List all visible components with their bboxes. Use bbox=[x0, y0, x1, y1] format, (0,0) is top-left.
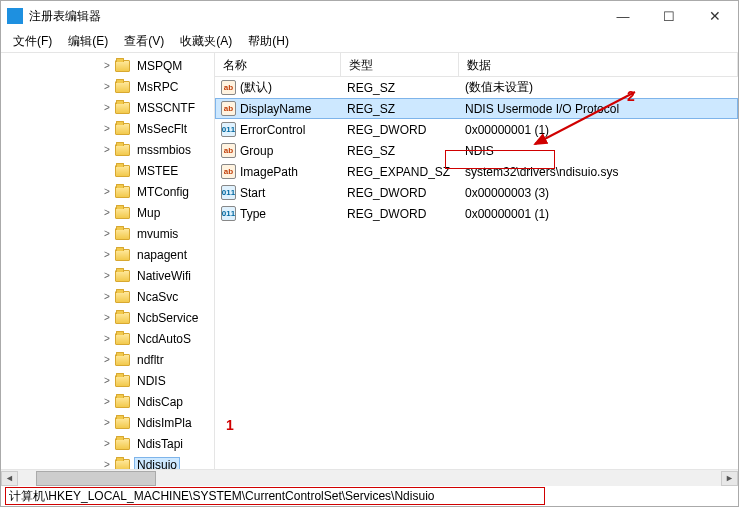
expander-icon[interactable]: > bbox=[101, 312, 113, 323]
scroll-thumb[interactable] bbox=[36, 471, 156, 486]
tree-label: NcbService bbox=[134, 310, 201, 326]
binary-icon: 011 bbox=[221, 185, 236, 200]
expander-icon[interactable]: > bbox=[101, 81, 113, 92]
expander-icon[interactable]: > bbox=[101, 144, 113, 155]
folder-icon bbox=[115, 396, 130, 408]
tree-label: MsSecFlt bbox=[134, 121, 190, 137]
menu-bar: 文件(F) 编辑(E) 查看(V) 收藏夹(A) 帮助(H) bbox=[1, 31, 738, 53]
value-type: REG_DWORD bbox=[341, 184, 459, 202]
minimize-button[interactable]: — bbox=[600, 1, 646, 31]
tree-item-mtconfig[interactable]: >MTConfig bbox=[1, 181, 214, 202]
tree-label: NdisCap bbox=[134, 394, 186, 410]
expander-icon[interactable]: > bbox=[101, 270, 113, 281]
folder-icon bbox=[115, 312, 130, 324]
folder-icon bbox=[115, 354, 130, 366]
expander-icon[interactable]: > bbox=[101, 333, 113, 344]
expander-icon[interactable]: > bbox=[101, 459, 113, 469]
column-type[interactable]: 类型 bbox=[341, 53, 459, 76]
tree-item-ndfltr[interactable]: >ndfltr bbox=[1, 349, 214, 370]
value-row[interactable]: 011StartREG_DWORD0x00000003 (3) bbox=[215, 182, 738, 203]
tree-label: mssmbios bbox=[134, 142, 194, 158]
value-row[interactable]: 011TypeREG_DWORD0x00000001 (1) bbox=[215, 203, 738, 224]
tree-label: NcaSvc bbox=[134, 289, 181, 305]
horizontal-scrollbar[interactable]: ◄ ► bbox=[1, 469, 738, 486]
tree-item-ndis[interactable]: >NDIS bbox=[1, 370, 214, 391]
tree-item-mup[interactable]: >Mup bbox=[1, 202, 214, 223]
value-data: (数值未设置) bbox=[459, 77, 738, 98]
column-name[interactable]: 名称 bbox=[215, 53, 341, 76]
menu-help[interactable]: 帮助(H) bbox=[240, 31, 297, 52]
expander-icon[interactable]: > bbox=[101, 102, 113, 113]
expander-icon[interactable]: > bbox=[101, 438, 113, 449]
value-row[interactable]: 011ErrorControlREG_DWORD0x00000001 (1) bbox=[215, 119, 738, 140]
expander-icon[interactable]: > bbox=[101, 375, 113, 386]
column-data[interactable]: 数据 bbox=[459, 53, 738, 76]
value-data: 0x00000001 (1) bbox=[459, 205, 738, 223]
value-row[interactable]: abImagePathREG_EXPAND_SZsystem32\drivers… bbox=[215, 161, 738, 182]
value-row[interactable]: ab(默认)REG_SZ(数值未设置) bbox=[215, 77, 738, 98]
tree-item-ncdautos[interactable]: >NcdAutoS bbox=[1, 328, 214, 349]
tree-item-ndisimpla[interactable]: >NdisImPla bbox=[1, 412, 214, 433]
binary-icon: 011 bbox=[221, 206, 236, 221]
menu-edit[interactable]: 编辑(E) bbox=[60, 31, 116, 52]
tree-label: NDIS bbox=[134, 373, 169, 389]
status-bar: 计算机\HKEY_LOCAL_MACHINE\SYSTEM\CurrentCon… bbox=[1, 486, 738, 506]
expander-icon[interactable]: > bbox=[101, 60, 113, 71]
tree-item-msrpc[interactable]: >MsRPC bbox=[1, 76, 214, 97]
tree-item-ndisuio[interactable]: >Ndisuio bbox=[1, 454, 214, 469]
scroll-right-button[interactable]: ► bbox=[721, 471, 738, 486]
value-data: 0x00000003 (3) bbox=[459, 184, 738, 202]
expander-icon[interactable]: > bbox=[101, 354, 113, 365]
tree-item-msscntf[interactable]: >MSSCNTF bbox=[1, 97, 214, 118]
expander-icon[interactable]: > bbox=[101, 417, 113, 428]
tree-item-napagent[interactable]: >napagent bbox=[1, 244, 214, 265]
string-icon: ab bbox=[221, 164, 236, 179]
expander-icon[interactable]: > bbox=[101, 396, 113, 407]
expander-icon[interactable]: > bbox=[101, 123, 113, 134]
tree-item-mstee[interactable]: MSTEE bbox=[1, 160, 214, 181]
close-button[interactable]: ✕ bbox=[692, 1, 738, 31]
tree-label: NativeWifi bbox=[134, 268, 194, 284]
values-pane: 名称 类型 数据 ab(默认)REG_SZ(数值未设置)abDisplayNam… bbox=[215, 53, 738, 469]
tree-label: NdisTapi bbox=[134, 436, 186, 452]
tree-item-mssecflt[interactable]: >MsSecFlt bbox=[1, 118, 214, 139]
value-type: REG_SZ bbox=[341, 142, 459, 160]
expander-icon[interactable]: > bbox=[101, 249, 113, 260]
scroll-track[interactable] bbox=[18, 471, 721, 486]
value-row[interactable]: abDisplayNameREG_SZNDIS Usermode I/O Pro… bbox=[215, 98, 738, 119]
tree-item-mvumis[interactable]: >mvumis bbox=[1, 223, 214, 244]
value-type: REG_EXPAND_SZ bbox=[341, 163, 459, 181]
tree-item-mspqm[interactable]: >MSPQM bbox=[1, 55, 214, 76]
value-type: REG_SZ bbox=[341, 79, 459, 97]
expander-icon[interactable]: > bbox=[101, 207, 113, 218]
folder-icon bbox=[115, 417, 130, 429]
folder-icon bbox=[115, 102, 130, 114]
folder-icon bbox=[115, 270, 130, 282]
scroll-left-button[interactable]: ◄ bbox=[1, 471, 18, 486]
value-name: ImagePath bbox=[240, 165, 298, 179]
expander-icon[interactable]: > bbox=[101, 291, 113, 302]
menu-file[interactable]: 文件(F) bbox=[5, 31, 60, 52]
tree-item-ncasvc[interactable]: >NcaSvc bbox=[1, 286, 214, 307]
status-path: 计算机\HKEY_LOCAL_MACHINE\SYSTEM\CurrentCon… bbox=[9, 488, 434, 505]
string-icon: ab bbox=[221, 143, 236, 158]
tree-item-ndiscap[interactable]: >NdisCap bbox=[1, 391, 214, 412]
tree-label: MSPQM bbox=[134, 58, 185, 74]
tree-item-nativewifi[interactable]: >NativeWifi bbox=[1, 265, 214, 286]
tree-label: MsRPC bbox=[134, 79, 181, 95]
expander-icon[interactable]: > bbox=[101, 228, 113, 239]
menu-view[interactable]: 查看(V) bbox=[116, 31, 172, 52]
tree-item-ncbservice[interactable]: >NcbService bbox=[1, 307, 214, 328]
maximize-button[interactable]: ☐ bbox=[646, 1, 692, 31]
folder-icon bbox=[115, 123, 130, 135]
expander-icon[interactable]: > bbox=[101, 186, 113, 197]
menu-favorites[interactable]: 收藏夹(A) bbox=[172, 31, 240, 52]
tree-label: MTConfig bbox=[134, 184, 192, 200]
tree-label: ndfltr bbox=[134, 352, 167, 368]
tree-item-ndistapi[interactable]: >NdisTapi bbox=[1, 433, 214, 454]
tree-label: Ndisuio bbox=[134, 457, 180, 470]
tree-pane[interactable]: >MSPQM>MsRPC>MSSCNTF>MsSecFlt>mssmbiosMS… bbox=[1, 53, 215, 469]
tree-item-mssmbios[interactable]: >mssmbios bbox=[1, 139, 214, 160]
value-row[interactable]: abGroupREG_SZNDIS bbox=[215, 140, 738, 161]
value-name: ErrorControl bbox=[240, 123, 305, 137]
